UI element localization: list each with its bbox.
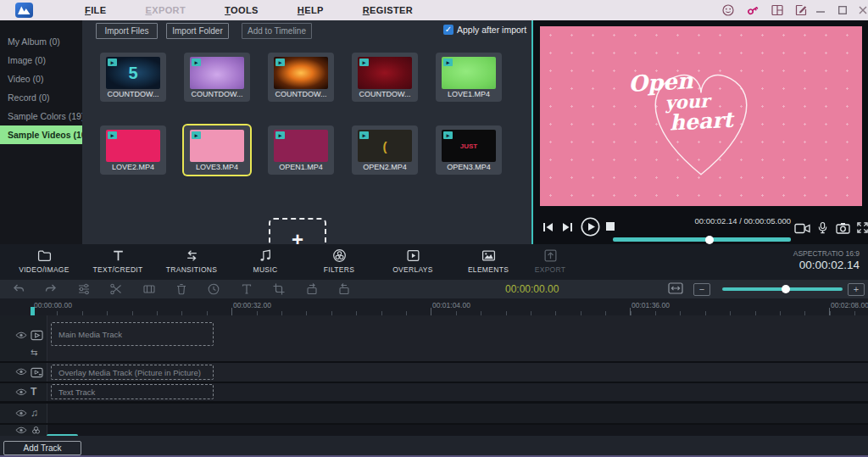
eye-icon[interactable] <box>15 388 27 397</box>
media-item-open1-mp4[interactable]: ▸ OPEN1.MP4 <box>268 125 334 175</box>
tab-video-image[interactable]: VIDEO/IMAGE <box>3 248 85 274</box>
video-badge-icon: ▸ <box>108 131 117 139</box>
tab-music[interactable]: MUSIC <box>225 248 306 274</box>
zoom-in-button[interactable]: + <box>848 283 865 296</box>
timeline-ruler[interactable]: 00:00:00.0000:00:32.0000:01:04.0000:01:3… <box>0 298 868 315</box>
frame-icon-button[interactable] <box>142 282 156 296</box>
crop-icon-button[interactable] <box>272 282 286 296</box>
album-sidebar: My Album (0)Image (0)Video (0)Record (0)… <box>0 20 82 244</box>
sidebar-item-image-0[interactable]: Image (0) <box>0 51 82 70</box>
minimize-button[interactable] <box>810 0 831 20</box>
tab-label: MUSIC <box>225 265 306 274</box>
register-key-icon[interactable] <box>746 3 760 17</box>
next-frame-button[interactable] <box>562 222 573 232</box>
adjust-icon <box>77 282 91 296</box>
snapshot-button[interactable] <box>836 222 850 234</box>
music-track-header: ♫ <box>0 404 47 423</box>
eye-icon[interactable] <box>15 332 27 340</box>
menu-file[interactable]: FILE <box>85 5 106 15</box>
music-icon <box>259 248 273 263</box>
pan-zoom-icon <box>337 282 351 296</box>
previous-frame-button[interactable] <box>542 222 554 232</box>
redo-icon-button[interactable] <box>44 282 58 296</box>
layout-icon[interactable] <box>771 3 784 17</box>
tab-filters[interactable]: FILTERS <box>298 248 380 274</box>
apply-after-import-checkbox[interactable]: ✓ <box>443 25 453 35</box>
media-item-open2-mp4[interactable]: ( ▸ OPEN2.MP4 <box>352 125 418 175</box>
media-item-countdow[interactable]: ▸ COUNTDOW... <box>184 53 250 102</box>
filters-icon <box>332 248 347 263</box>
account-icon[interactable] <box>721 3 735 17</box>
tab-overlays[interactable]: OVERLAYS <box>372 248 453 274</box>
tab-text-credit[interactable]: TEXT/CREDIT <box>77 248 159 274</box>
text-tool-icon-button[interactable] <box>240 282 253 296</box>
timeline-zoom-slider[interactable] <box>722 287 843 291</box>
adjust-icon-button[interactable] <box>77 282 91 296</box>
media-item-countdow[interactable]: ▸ COUNTDOW... <box>268 53 334 102</box>
record-voiceover-button[interactable] <box>816 221 829 235</box>
aspect-ratio-label: ASPECTRATIO 16:9 <box>793 249 860 258</box>
eye-icon[interactable] <box>15 410 27 418</box>
media-item-name: OPEN2.MP4 <box>352 163 418 171</box>
zoom-out-button[interactable]: − <box>693 283 710 296</box>
maximize-button[interactable] <box>832 0 853 20</box>
media-item-open3-mp4[interactable]: JUST ▸ OPEN3.MP4 <box>436 125 502 175</box>
filter-track-lane[interactable] <box>47 425 868 436</box>
media-item-name: COUNTDOW... <box>184 90 250 98</box>
media-type-toolbar: VIDEO/IMAGE TEXT/CREDIT TRANSITIONS MUSI… <box>0 244 868 280</box>
detach-preview-button[interactable] <box>794 223 810 234</box>
transitions-icon <box>185 248 199 263</box>
minimize-icon <box>816 6 825 14</box>
text-icon <box>111 248 125 263</box>
duration-icon-button[interactable] <box>207 282 220 296</box>
edit-mode-icon[interactable] <box>794 3 808 17</box>
pan-zoom-icon-button[interactable] <box>337 282 351 296</box>
playback-progress-knob[interactable] <box>705 236 714 244</box>
sidebar-item-sample-colors-19[interactable]: Sample Colors (19) <box>0 107 82 125</box>
playhead-time: 00:00:00.00 <box>505 283 559 295</box>
menu-tools[interactable]: TOOLS <box>225 5 259 15</box>
play-button[interactable] <box>581 217 600 237</box>
sidebar-item-record-0[interactable]: Record (0) <box>0 88 82 107</box>
sidebar-item-sample-videos-10[interactable]: Sample Videos (10) <box>0 125 82 144</box>
playback-progress-bar[interactable] <box>613 237 791 242</box>
microphone-icon <box>816 221 829 235</box>
add-track-button[interactable]: Add Track <box>3 441 81 455</box>
media-item-love2-mp4[interactable]: ▸ LOVE2.MP4 <box>100 125 166 175</box>
media-item-love3-mp4[interactable]: ▸ LOVE3.MP4 <box>184 125 250 175</box>
menu-export[interactable]: EXPORT <box>145 5 186 15</box>
menu-register[interactable]: REGISTER <box>363 5 413 15</box>
add-to-timeline-button[interactable]: Add to Timeline <box>242 23 312 39</box>
stop-button[interactable] <box>606 222 615 231</box>
delete-icon-button[interactable] <box>175 282 188 296</box>
video-badge-icon: ▸ <box>275 59 285 66</box>
redo-icon <box>44 282 58 296</box>
media-item-love1-mp4[interactable]: ▸ LOVE1.MP4 <box>436 53 502 102</box>
fullscreen-button[interactable] <box>856 221 868 234</box>
next-frame-icon <box>562 222 573 232</box>
timeline-zoom-knob[interactable] <box>782 285 790 293</box>
tab-transitions[interactable]: TRANSITIONS <box>151 248 232 274</box>
eye-icon[interactable] <box>15 368 27 376</box>
play-icon <box>581 217 600 237</box>
import-files-button[interactable]: Import Files <box>96 23 158 39</box>
tab-export[interactable]: EXPORT <box>509 248 591 274</box>
flip-icon-button[interactable] <box>305 282 319 296</box>
media-thumbnail: ▸ <box>190 57 244 89</box>
sidebar-item-video-0[interactable]: Video (0) <box>0 70 82 88</box>
split-icon-button[interactable] <box>109 282 123 296</box>
ruler-label: 00:01:04.00 <box>432 301 470 309</box>
sidebar-item-my-album-0[interactable]: My Album (0) <box>0 32 82 51</box>
media-item-name: COUNTDOW... <box>268 90 334 98</box>
undo-icon-button[interactable] <box>12 282 25 296</box>
music-track-lane[interactable] <box>47 404 868 423</box>
import-folder-button[interactable]: Import Folder <box>166 23 229 39</box>
media-item-countdow[interactable]: ▸ COUNTDOW... <box>352 53 418 102</box>
fit-timeline-button[interactable] <box>668 282 683 296</box>
menu-help[interactable]: HELP <box>298 5 324 15</box>
media-item-countdow[interactable]: 5 ▸ COUNTDOW... <box>100 53 166 102</box>
eye-icon[interactable] <box>15 426 27 435</box>
playhead-marker[interactable] <box>31 307 35 315</box>
overlays-icon <box>406 248 420 263</box>
close-button[interactable] <box>853 0 868 20</box>
